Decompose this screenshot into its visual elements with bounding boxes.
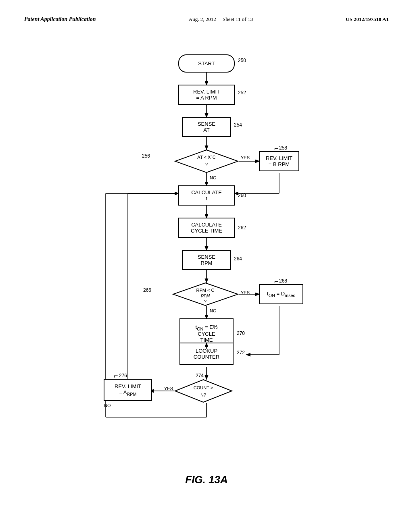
ref-258: 258 xyxy=(279,145,287,151)
ref-276: 276 xyxy=(119,373,127,378)
node-268-label: tON = Dmsec xyxy=(267,291,295,298)
node-272: LOOKUPCOUNTER xyxy=(179,343,234,365)
ref-262: 262 xyxy=(238,225,246,231)
start-label: START xyxy=(198,60,215,66)
svg-text:AT < X°C: AT < X°C xyxy=(197,155,215,160)
node-264-label: SENSERPM xyxy=(198,254,215,266)
svg-text:?: ? xyxy=(205,162,208,167)
ref-260: 260 xyxy=(238,193,246,198)
node-276: REV. LIMIT= ARPM xyxy=(104,379,152,401)
ref-264: 264 xyxy=(234,256,242,262)
svg-text:COUNT >: COUNT > xyxy=(194,385,213,390)
node-266-diamond: RPM < C RPM ? xyxy=(172,282,239,306)
start-node: START xyxy=(178,54,235,73)
node-252: REV. LIMIT= A RPM xyxy=(178,85,235,105)
node-254: SENSEAT xyxy=(182,117,231,137)
no-274: NO xyxy=(104,403,111,408)
node-276-label: REV. LIMIT= ARPM xyxy=(115,383,141,397)
yes-256: YES xyxy=(241,155,250,160)
no-266: NO xyxy=(210,308,217,313)
yes-274: YES xyxy=(164,386,173,391)
ref-256: 256 xyxy=(142,153,150,159)
no-256: NO xyxy=(210,175,217,180)
patent-number: US 2012/197510 A1 xyxy=(346,16,389,23)
node-270-label: tON = E%CYCLETIME xyxy=(196,324,218,343)
node-272-label: LOOKUPCOUNTER xyxy=(194,348,219,360)
node-260-label: CALCULATEf xyxy=(191,189,222,202)
header-center: Aug. 2, 2012 Sheet 11 of 13 xyxy=(189,16,253,23)
sheet-number: Sheet 11 of 13 xyxy=(223,16,253,22)
node-256-wrapper: AT < X°C ? xyxy=(174,149,239,173)
ref-272: 272 xyxy=(237,350,245,355)
ref-274: 274 xyxy=(196,373,204,378)
node-262: CALCULATECYCLE TIME xyxy=(178,218,235,238)
node-258: REV. LIMIT= B RPM xyxy=(259,151,299,171)
ref-258-line: ⌐ xyxy=(274,144,279,153)
ref-270: 270 xyxy=(237,330,245,336)
ref-276-slash: ⌐ xyxy=(114,372,118,380)
ref-266: 266 xyxy=(143,287,151,293)
node-258-label: REV. LIMIT= B RPM xyxy=(266,155,292,167)
node-266-wrapper: RPM < C RPM ? xyxy=(172,282,239,306)
svg-marker-33 xyxy=(175,380,232,402)
page-header: Patent Application Publication Aug. 2, 2… xyxy=(24,16,389,26)
publication-title: Patent Application Publication xyxy=(24,16,96,23)
svg-text:RPM < C: RPM < C xyxy=(196,288,215,293)
node-254-label: SENSEAT xyxy=(198,121,215,133)
start-ref: 250 xyxy=(238,58,246,63)
ref-252: 252 xyxy=(238,90,246,96)
svg-text:N?: N? xyxy=(200,393,206,397)
node-256-diamond: AT < X°C ? xyxy=(174,149,239,173)
ref-254: 254 xyxy=(234,122,242,128)
node-264: SENSERPM xyxy=(182,250,231,270)
flowchart: START 250 REV. LIMIT= A RPM 252 SENSEAT … xyxy=(65,42,348,466)
node-268: tON = Dmsec xyxy=(259,284,303,304)
figure-label: FIG. 13A xyxy=(185,474,227,486)
diagram-container: START 250 REV. LIMIT= A RPM 252 SENSEAT … xyxy=(24,38,389,486)
svg-text:?: ? xyxy=(204,299,206,304)
node-262-label: CALCULATECYCLE TIME xyxy=(191,222,222,234)
publication-date: Aug. 2, 2012 xyxy=(189,16,216,22)
svg-text:RPM: RPM xyxy=(201,294,210,298)
svg-marker-25 xyxy=(175,150,238,172)
yes-266: YES xyxy=(241,290,250,295)
node-274-wrapper: COUNT > N? xyxy=(174,379,233,403)
node-260: CALCULATEf xyxy=(178,185,235,206)
page: Patent Application Publication Aug. 2, 2… xyxy=(0,0,413,532)
ref-268: 268 xyxy=(279,278,287,284)
ref-268-line: ⌐ xyxy=(274,277,279,286)
node-274-diamond: COUNT > N? xyxy=(174,379,233,403)
node-252-label: REV. LIMIT= A RPM xyxy=(193,89,220,101)
